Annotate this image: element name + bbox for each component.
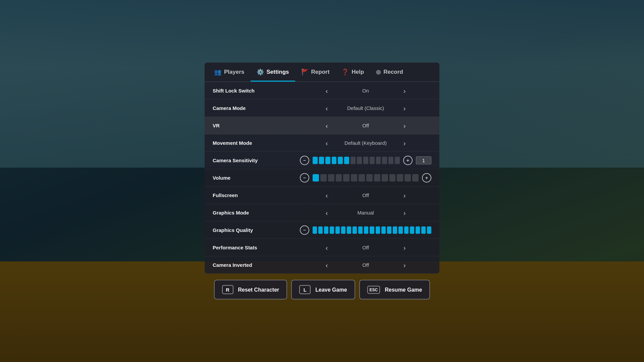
camera-inverted-next[interactable]: › [400,261,409,268]
volume-segment-7 [366,174,373,181]
volume-segment-6 [359,174,365,181]
tab-report[interactable]: 🚩 Report [295,63,336,82]
movement-mode-control: ‹ Default (Keyboard) › [300,139,431,146]
volume-control: − + [300,173,431,182]
vr-control: ‹ Off › [300,122,431,129]
volume-segment-4 [343,174,350,181]
camera-mode-label: Camera Mode [213,105,300,111]
performance-stats-next[interactable]: › [400,244,409,251]
tab-help-label: Help [352,68,364,75]
shift-lock-switch-prev[interactable]: ‹ [322,87,331,94]
graphics-mode-value: Manual [335,210,396,216]
tab-report-label: Report [311,68,330,75]
tab-help[interactable]: ❓ Help [335,63,370,82]
tab-record[interactable]: ◎ Record [370,63,409,82]
tab-players-label: Players [224,68,245,75]
quality-segment-9 [364,226,368,234]
quality-segment-14 [393,226,397,234]
setting-graphics-quality: Graphics Quality − [205,222,439,239]
sensitivity-segment-7 [357,157,362,164]
fullscreen-prev[interactable]: ‹ [322,192,331,198]
camera-inverted-prev[interactable]: ‹ [322,261,331,268]
quality-segment-19 [421,226,426,234]
volume-segment-5 [351,174,357,181]
quality-segment-15 [398,226,403,234]
quality-segment-8 [358,226,363,234]
vr-prev[interactable]: ‹ [322,122,331,129]
shift-lock-switch-label: Shift Lock Switch [213,88,300,94]
quality-segment-5 [341,226,345,234]
sensitivity-segment-10 [376,157,381,164]
movement-mode-prev[interactable]: ‹ [322,139,331,146]
report-icon: 🚩 [301,68,309,75]
sensitivity-segment-12 [388,157,393,164]
camera-sensitivity-input[interactable]: 1 [416,156,431,164]
camera-sensitivity-minus[interactable]: − [300,156,309,165]
camera-inverted-value: Off [335,262,396,268]
sensitivity-segment-6 [351,157,356,164]
tab-players[interactable]: 👥 Players [208,63,251,82]
record-icon: ◎ [376,69,381,75]
volume-segment-8 [374,174,380,181]
graphics-quality-minus[interactable]: − [300,225,309,235]
camera-sensitivity-plus[interactable]: + [403,156,413,165]
setting-fullscreen: Fullscreen ‹ Off › [205,187,439,204]
graphics-mode-label: Graphics Mode [213,210,300,216]
reset-character-button[interactable]: R Reset Character [214,280,287,300]
setting-movement-mode: Movement Mode ‹ Default (Keyboard) › [205,134,439,152]
reset-character-label: Reset Character [238,287,279,293]
movement-mode-next[interactable]: › [400,139,409,146]
setting-vr: VR ‹ Off › [205,117,439,134]
volume-segment-10 [389,174,396,181]
quality-segment-20 [427,226,431,234]
camera-mode-next[interactable]: › [400,105,409,111]
quality-segment-3 [330,226,334,234]
leave-game-label: Leave Game [315,287,347,293]
sensitivity-segment-3 [332,157,337,164]
tab-settings[interactable]: ⚙️ Settings [251,63,295,82]
quality-segment-13 [387,226,391,234]
vr-label: VR [213,123,300,128]
volume-segment-0 [313,174,319,181]
volume-plus[interactable]: + [422,173,431,182]
tab-settings-label: Settings [267,68,289,75]
action-buttons: R Reset Character L Leave Game ESC Resum… [205,280,439,300]
quality-segment-7 [353,226,357,234]
volume-minus[interactable]: − [300,173,309,182]
graphics-quality-label: Graphics Quality [213,227,300,233]
shift-lock-switch-next[interactable]: › [400,87,409,94]
settings-menu: 👥 Players ⚙️ Settings 🚩 Report ❓ Help ◎ … [205,63,439,300]
sensitivity-segment-1 [319,157,324,164]
shift-lock-switch-control: ‹ On › [300,87,431,94]
volume-segment-9 [382,174,388,181]
camera-sensitivity-label: Camera Sensitivity [213,158,300,163]
leave-key-badge: L [299,285,311,294]
setting-volume: Volume − + [205,169,439,187]
movement-mode-value: Default (Keyboard) [335,140,396,146]
graphics-mode-next[interactable]: › [400,209,409,216]
fullscreen-label: Fullscreen [213,192,300,198]
quality-segment-12 [381,226,386,234]
sensitivity-segment-4 [338,157,343,164]
leave-game-button[interactable]: L Leave Game [291,280,355,300]
settings-icon: ⚙️ [257,68,264,75]
graphics-quality-track [313,226,431,234]
settings-panel: Shift Lock Switch ‹ On › Camera Mode ‹ D… [205,82,439,274]
vr-next[interactable]: › [400,122,409,129]
performance-stats-prev[interactable]: ‹ [322,244,331,251]
graphics-mode-prev[interactable]: ‹ [322,209,331,216]
volume-segment-12 [405,174,411,181]
fullscreen-control: ‹ Off › [300,192,431,198]
resume-game-button[interactable]: ESC Resume Game [359,280,430,300]
sensitivity-segment-0 [313,157,318,164]
quality-segment-11 [376,226,380,234]
graphics-mode-control: ‹ Manual › [300,209,431,216]
fullscreen-next[interactable]: › [400,192,409,198]
camera-inverted-control: ‹ Off › [300,261,431,268]
quality-segment-1 [318,226,323,234]
volume-track [313,174,419,181]
sensitivity-segment-8 [363,157,368,164]
quality-segment-17 [410,226,414,234]
camera-mode-prev[interactable]: ‹ [322,105,331,111]
volume-label: Volume [213,175,300,181]
